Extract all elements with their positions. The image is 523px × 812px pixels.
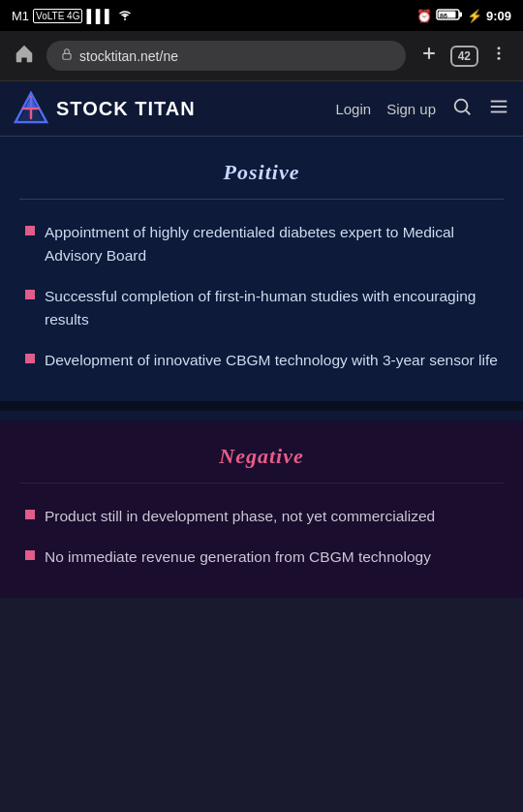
positive-item-3: Development of innovative CBGM technolog… bbox=[45, 349, 498, 372]
svg-point-14 bbox=[455, 99, 468, 111]
svg-point-9 bbox=[498, 52, 501, 55]
positive-title: Positive bbox=[19, 160, 504, 185]
charging-icon: ⚡ bbox=[467, 9, 482, 23]
svg-text:86: 86 bbox=[440, 13, 447, 19]
bullet-icon bbox=[25, 550, 35, 560]
battery-label: 86 bbox=[436, 8, 463, 24]
signup-link[interactable]: Sign up bbox=[386, 101, 436, 117]
positive-item-1: Appointment of highly credentialed diabe… bbox=[45, 221, 498, 267]
logo-area: STOCK TITAN bbox=[14, 91, 335, 126]
main-content: Positive Appointment of highly credentia… bbox=[0, 137, 523, 598]
search-icon[interactable] bbox=[451, 96, 473, 122]
bullet-icon bbox=[25, 510, 35, 519]
alarm-icon: ⏰ bbox=[416, 9, 432, 23]
negative-title: Negative bbox=[19, 444, 504, 469]
positive-item-2: Successful completion of first-in-human … bbox=[45, 285, 498, 331]
time-display: 9:09 bbox=[486, 9, 511, 23]
negative-section: Negative Product still in development ph… bbox=[0, 421, 523, 598]
svg-rect-3 bbox=[459, 12, 462, 16]
status-left: M1 VoLTE 4G ▌▌▌ bbox=[12, 9, 133, 23]
svg-point-0 bbox=[124, 18, 126, 20]
list-item: Successful completion of first-in-human … bbox=[25, 285, 498, 331]
bullet-icon bbox=[25, 354, 35, 363]
url-bar[interactable]: stocktitan.net/ne bbox=[46, 41, 406, 71]
bullet-icon bbox=[25, 226, 35, 235]
login-link[interactable]: Login bbox=[335, 101, 371, 117]
logo-icon bbox=[14, 91, 48, 126]
wifi-icon bbox=[117, 9, 133, 23]
section-gap bbox=[0, 401, 523, 411]
browser-actions: 42 bbox=[414, 40, 513, 72]
svg-point-10 bbox=[498, 57, 501, 60]
tab-count-button[interactable]: 42 bbox=[450, 46, 478, 67]
site-header: STOCK TITAN Login Sign up bbox=[0, 81, 523, 137]
svg-rect-5 bbox=[63, 53, 71, 59]
add-tab-button[interactable] bbox=[414, 40, 445, 72]
home-button[interactable] bbox=[10, 39, 39, 73]
list-item: Appointment of highly credentialed diabe… bbox=[25, 221, 498, 267]
header-nav: Login Sign up bbox=[335, 96, 509, 122]
menu-icon[interactable] bbox=[488, 96, 509, 122]
negative-list: Product still in development phase, not … bbox=[19, 505, 504, 569]
status-right: ⏰ 86 ⚡ 9:09 bbox=[416, 8, 511, 24]
url-text: stocktitan.net/ne bbox=[79, 48, 178, 64]
signal-icon: ▌▌▌ bbox=[86, 9, 113, 23]
bullet-icon bbox=[25, 290, 35, 299]
logo-text: STOCK TITAN bbox=[56, 98, 196, 120]
browser-chrome: stocktitan.net/ne 42 bbox=[0, 31, 523, 81]
list-item: No immediate revenue generation from CBG… bbox=[25, 546, 498, 569]
negative-divider bbox=[19, 483, 504, 484]
svg-point-8 bbox=[498, 47, 501, 49]
positive-section: Positive Appointment of highly credentia… bbox=[0, 137, 523, 401]
carrier-label: M1 bbox=[12, 9, 29, 23]
url-security-icon bbox=[60, 47, 74, 64]
list-item: Development of innovative CBGM technolog… bbox=[25, 349, 498, 372]
svg-line-15 bbox=[466, 110, 470, 114]
negative-item-2: No immediate revenue generation from CBG… bbox=[45, 546, 431, 569]
positive-divider bbox=[19, 199, 504, 200]
volte-label: VoLTE 4G bbox=[33, 9, 82, 23]
negative-item-1: Product still in development phase, not … bbox=[45, 505, 435, 528]
list-item: Product still in development phase, not … bbox=[25, 505, 498, 528]
positive-list: Appointment of highly credentialed diabe… bbox=[19, 221, 504, 372]
status-bar: M1 VoLTE 4G ▌▌▌ ⏰ 86 ⚡ 9:09 bbox=[0, 0, 523, 31]
more-options-button[interactable] bbox=[484, 41, 513, 71]
